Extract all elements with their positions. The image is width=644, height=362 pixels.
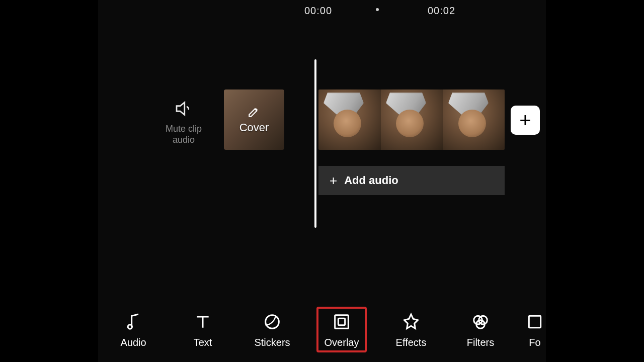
tool-label: Overlay	[325, 337, 359, 348]
time-mark-end: 00:02	[428, 5, 455, 17]
tool-text[interactable]: Text	[178, 308, 228, 351]
editor-stage: 00:00 00:02 Mute clip audio Cover + +	[98, 0, 546, 362]
star-icon	[401, 312, 421, 332]
tool-overlay[interactable]: Overlay	[316, 307, 367, 352]
time-ruler-dot	[376, 8, 379, 11]
overlay-icon	[332, 312, 352, 332]
svg-point-0	[128, 324, 132, 328]
tool-label: Text	[194, 337, 212, 348]
tool-label: Stickers	[254, 337, 290, 348]
tool-label: Filters	[467, 337, 494, 348]
tool-format-partial[interactable]: Fo	[525, 308, 545, 351]
add-clip-button[interactable]: +	[511, 106, 540, 135]
sticker-icon	[262, 312, 282, 332]
text-icon	[193, 312, 213, 332]
mute-clip-audio-button[interactable]: Mute clip audio	[156, 98, 211, 145]
tool-audio[interactable]: Audio	[108, 308, 158, 351]
plus-icon: +	[519, 109, 531, 132]
tool-filters[interactable]: Filters	[455, 308, 506, 351]
tool-label: Audio	[120, 337, 146, 348]
filters-icon	[470, 312, 491, 332]
speaker-mute-icon	[173, 98, 194, 119]
svg-rect-3	[338, 318, 345, 325]
playhead[interactable]	[314, 59, 316, 228]
clip-frame	[381, 89, 443, 150]
tool-label: Effects	[396, 337, 427, 348]
format-icon	[525, 312, 545, 332]
mute-label-line1: Mute clip	[156, 123, 211, 134]
time-mark-start: 00:00	[304, 5, 332, 17]
tool-stickers[interactable]: Stickers	[247, 308, 297, 351]
add-audio-label: Add audio	[344, 174, 398, 187]
time-ruler: 00:00 00:02	[98, 5, 546, 20]
svg-rect-7	[529, 316, 540, 327]
cover-label: Cover	[239, 121, 269, 134]
mute-label-line2: audio	[156, 134, 211, 145]
tool-effects[interactable]: Effects	[386, 308, 436, 351]
clip-frame	[318, 89, 381, 150]
clip-frame	[443, 89, 505, 150]
pencil-icon	[248, 105, 261, 118]
add-audio-button[interactable]: + Add audio	[318, 166, 505, 195]
tool-label: Fo	[529, 337, 540, 348]
svg-rect-2	[335, 315, 349, 328]
plus-icon: +	[330, 173, 337, 189]
video-clip[interactable]	[318, 89, 505, 150]
bottom-toolbar: Audio Text Stickers Overlay	[98, 302, 546, 357]
music-note-icon	[123, 312, 143, 332]
cover-thumbnail[interactable]: Cover	[224, 89, 284, 150]
